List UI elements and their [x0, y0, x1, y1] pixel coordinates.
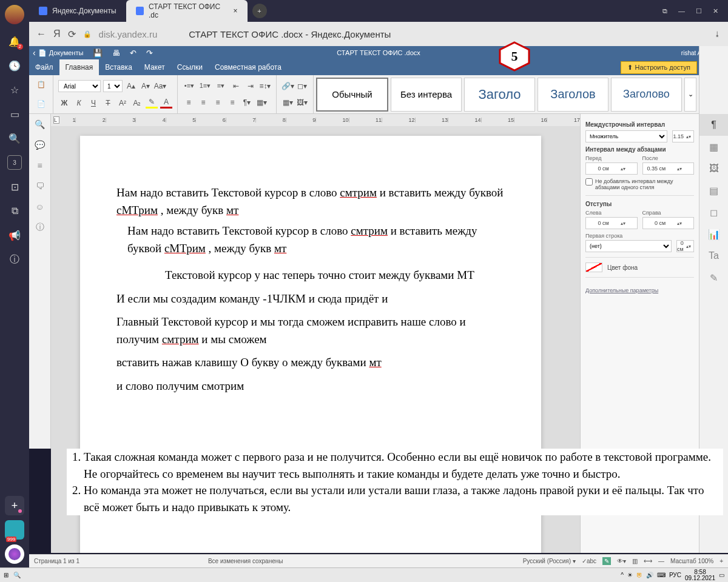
zoom-level[interactable]: Масштаб 100% — [670, 558, 713, 564]
save-icon[interactable]: 💾 — [93, 48, 103, 58]
lock-icon[interactable]: 🔒 — [83, 30, 92, 38]
italic-icon[interactable]: К — [73, 98, 85, 109]
firstline-select[interactable]: (нет) — [585, 240, 672, 252]
outdent-icon[interactable]: ⇤ — [230, 81, 242, 92]
box-icon[interactable]: 3 — [7, 155, 22, 170]
info-icon[interactable]: ⓘ — [7, 252, 22, 267]
tray-lang[interactable]: РУС — [669, 572, 681, 578]
advanced-link[interactable]: Дополнительные параметры — [585, 287, 658, 293]
insert-image-icon[interactable]: 🖼▾ — [296, 97, 308, 108]
camera-icon[interactable]: ⧉ — [7, 204, 22, 218]
url-host[interactable]: disk.yandex.ru — [99, 29, 158, 39]
yandex-icon[interactable]: Я — [53, 28, 61, 39]
paste-icon[interactable]: 📄 — [37, 100, 46, 108]
doc-language[interactable]: Русский (Россия) ▾ — [523, 558, 576, 564]
comments-pane-icon[interactable]: 💬 — [29, 135, 50, 155]
collapse-icon[interactable]: ⧉ — [662, 7, 667, 15]
underline-icon[interactable]: Ч — [87, 98, 99, 109]
style-heading2[interactable]: Заголов — [538, 78, 608, 112]
feedback-icon[interactable]: ☺ — [29, 196, 50, 217]
font-select[interactable]: Arial — [58, 80, 101, 92]
about-icon[interactable]: ⓘ — [29, 217, 50, 238]
indent-icon[interactable]: ⇥ — [244, 81, 257, 92]
bold-icon[interactable]: Ж — [58, 98, 70, 109]
menu-collab[interactable]: Совместная работа — [209, 59, 288, 75]
insert-shape-icon[interactable]: ◻▾ — [296, 81, 308, 92]
horizontal-ruler[interactable]: L 1234567891011121314151617 — [51, 114, 580, 126]
spellcheck-icon[interactable]: ✓abc — [582, 558, 596, 564]
multilevel-icon[interactable]: ≡▾ — [214, 81, 228, 92]
browser-tab[interactable]: Яндекс.Документы — [29, 0, 126, 22]
reload-icon[interactable]: ⟳ — [68, 28, 76, 40]
shading-icon[interactable]: ▦▾ — [255, 97, 268, 108]
justify-icon[interactable]: ≡ — [226, 97, 238, 108]
tray-sound-icon[interactable]: 🔊 — [646, 572, 653, 578]
zoom-out-icon[interactable]: — — [658, 558, 664, 564]
size-select[interactable]: 18 — [103, 80, 123, 92]
after-input[interactable]: 0.35 см▴▾ — [642, 162, 695, 175]
indent-left-input[interactable]: 0 см▴▾ — [585, 217, 638, 229]
undo-icon[interactable]: ↶ — [130, 48, 136, 58]
bg-color-swatch[interactable] — [585, 263, 602, 272]
style-normal[interactable]: Обычный — [316, 78, 388, 112]
table-pane-icon[interactable]: ▦ — [699, 136, 728, 158]
tray-weather-icon[interactable]: ☀ — [627, 572, 633, 578]
tray-expand-icon[interactable]: ^ — [621, 572, 624, 578]
book-icon[interactable]: ▭ — [7, 107, 22, 121]
insert-table-icon[interactable]: ▦▾ — [281, 97, 294, 108]
shape-pane-icon[interactable]: ◻ — [699, 201, 728, 223]
add-button[interactable]: + — [5, 496, 24, 515]
strike-icon[interactable]: Т — [102, 98, 114, 109]
track-icon[interactable]: ✎ — [602, 557, 611, 565]
bullets-icon[interactable]: •≡▾ — [183, 81, 196, 92]
clock-icon[interactable]: 🕓 — [7, 58, 22, 73]
chat-pane-icon[interactable]: 🗨 — [29, 176, 50, 196]
minimize-icon[interactable]: — — [678, 7, 685, 15]
fit-page-icon[interactable]: ▥ — [632, 558, 638, 564]
review-icon[interactable]: 👁▾ — [617, 558, 626, 564]
cast-icon[interactable]: ⊡ — [7, 179, 22, 194]
header-pane-icon[interactable]: ▤ — [699, 179, 728, 201]
before-input[interactable]: 0 см▴▾ — [585, 162, 638, 175]
super-icon[interactable]: A² — [116, 98, 129, 109]
sub-icon[interactable]: A₂ — [131, 98, 143, 109]
align-left-icon[interactable]: ≡ — [183, 97, 195, 108]
document-body[interactable]: Нам надо вставить Текстовой курсор в сло… — [116, 184, 505, 395]
pilcrow-icon[interactable]: ¶▾ — [241, 97, 253, 108]
avatar[interactable] — [5, 5, 24, 24]
shrink-font-icon[interactable]: A▾ — [140, 81, 152, 92]
chevron-left-icon[interactable]: ‹ — [33, 48, 36, 58]
insert-link-icon[interactable]: 🔗▾ — [281, 81, 294, 92]
tray-clock[interactable]: 8:5809.12.2021 — [685, 569, 715, 581]
nospace-checkbox[interactable]: Не добавлять интервал между абзацами одн… — [585, 178, 694, 190]
style-heading1[interactable]: Заголо — [464, 78, 535, 112]
firstline-input[interactable]: 0 см▴▾ — [676, 240, 694, 252]
align-center-icon[interactable]: ≡ — [197, 97, 209, 108]
tray-notifications-icon[interactable]: ▭ — [719, 572, 724, 578]
app-shortcut[interactable]: 999 — [5, 520, 24, 540]
menu-file[interactable]: Файл — [29, 59, 59, 75]
bell-icon[interactable]: 🔔2 — [7, 34, 22, 48]
search-icon[interactable]: 🔍 — [7, 131, 22, 146]
search-pane-icon[interactable]: 🔍 — [29, 114, 50, 135]
close-icon[interactable]: ✕ — [713, 7, 718, 15]
speaker-icon[interactable]: 📢 — [7, 228, 22, 242]
redo-icon[interactable]: ↷ — [146, 48, 153, 58]
share-button[interactable]: ⬆ Настроить доступ — [621, 61, 697, 74]
text-pane-icon[interactable]: Ta — [699, 245, 728, 267]
signature-pane-icon[interactable]: ✎ — [699, 267, 728, 289]
menu-home[interactable]: Главная — [59, 59, 99, 75]
page-indicator[interactable]: Страница 1 из 1 — [34, 558, 79, 564]
copy-icon[interactable]: 📋 — [37, 81, 46, 89]
zoom-in-icon[interactable]: + — [720, 558, 723, 564]
star-icon[interactable]: ☆ — [7, 82, 22, 97]
print-icon[interactable]: 🖶 — [112, 48, 120, 58]
line-mode-select[interactable]: Множитель — [585, 130, 667, 142]
image-pane-icon[interactable]: 🖼 — [699, 158, 728, 179]
new-tab-button[interactable]: + — [252, 4, 267, 18]
download-icon[interactable]: ⭳ — [714, 30, 721, 38]
headings-pane-icon[interactable]: ≡ — [29, 155, 50, 176]
maximize-icon[interactable]: ☐ — [696, 7, 702, 15]
menu-layout[interactable]: Макет — [138, 59, 171, 75]
chart-pane-icon[interactable]: 📊 — [699, 223, 728, 245]
